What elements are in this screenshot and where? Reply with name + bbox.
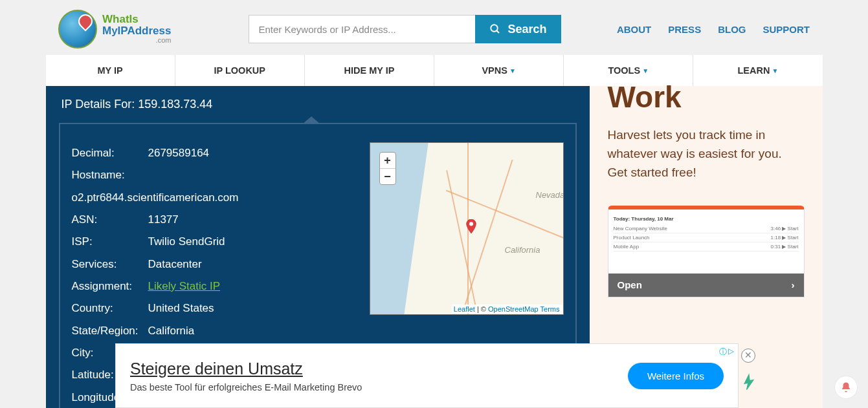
field-services: Services:Datacenter — [72, 253, 358, 275]
globe-icon — [58, 10, 97, 48]
nav-label: IP LOOKUP — [214, 65, 266, 76]
assignment-link[interactable]: Likely Static IP — [148, 275, 221, 297]
ad-preview-image: Today: Thursday, 10 Mar New Company Webs… — [608, 206, 805, 297]
top-nav-links: ABOUT PRESS BLOG SUPPORT — [617, 24, 810, 35]
nav-hide-my-ip[interactable]: HIDE MY IP — [305, 55, 434, 86]
field-asn: ASN:11377 — [72, 209, 358, 231]
logo-line2: MyIPAddress — [102, 25, 171, 37]
logo-suffix: .com — [102, 37, 171, 45]
panel-title: IP Details For: 159.183.73.44 — [59, 98, 577, 111]
adchoices-icon[interactable]: ⓘ▷ — [719, 347, 734, 358]
field-value: Datacenter — [148, 253, 202, 275]
field-value: California — [148, 320, 195, 342]
bottom-banner-ad[interactable]: Steigere deinen Umsatz Das beste Tool fü… — [115, 343, 739, 408]
field-label: ISP: — [72, 231, 148, 253]
field-decimal: Decimal:2679589164 — [72, 142, 358, 164]
ad-preview-rows: Today: Thursday, 10 Mar New Company Webs… — [608, 209, 804, 258]
site-logo[interactable]: WhatIs MyIPAddress .com — [58, 10, 171, 48]
close-ad-button[interactable]: ✕ — [741, 349, 755, 363]
svg-point-2 — [469, 222, 473, 226]
nav-vpns[interactable]: VPNS▼ — [434, 55, 564, 86]
search-form: Search — [249, 15, 561, 43]
ad-open-bar[interactable]: Open › — [608, 274, 804, 297]
chevron-down-icon: ▼ — [772, 67, 778, 74]
field-hostname: Hostname:o2.ptr6844.scientificamerican.c… — [72, 164, 358, 209]
field-label: Services: — [72, 253, 148, 275]
ad-heading: Work — [608, 81, 805, 114]
map-zoom-control: + − — [379, 152, 396, 185]
field-assignment: Assignment:Likely Static IP — [72, 275, 358, 297]
logo-line1: WhatIs — [102, 13, 139, 25]
map-label-nevada: Nevada — [536, 190, 564, 200]
chevron-down-icon: ▼ — [509, 67, 516, 74]
ad-open-label: Open — [618, 279, 642, 290]
site-header: WhatIs MyIPAddress .com Search ABOUT PRE… — [0, 0, 868, 55]
osm-link[interactable]: OpenStreetMap — [488, 305, 539, 313]
map-label-california: California — [505, 245, 540, 255]
notification-bell-icon[interactable] — [834, 376, 858, 399]
location-map[interactable]: Nevada California + − Leaflet | © OpenSt… — [370, 142, 564, 315]
nav-label: LEARN — [738, 65, 770, 76]
leaflet-link[interactable]: Leaflet — [454, 305, 475, 313]
field-label: Assignment: — [72, 275, 148, 297]
field-value: Twilio SendGrid — [148, 231, 225, 253]
field-label: ASN: — [72, 209, 148, 231]
bottom-ad-cta-button[interactable]: Weitere Infos — [628, 363, 724, 389]
field-value: 11377 — [148, 209, 179, 231]
field-isp: ISP:Twilio SendGrid — [72, 231, 358, 253]
nav-label: HIDE MY IP — [344, 65, 394, 76]
top-link-press[interactable]: PRESS — [668, 24, 701, 35]
nav-label: MY IP — [97, 65, 122, 76]
bottom-ad-subtitle: Das beste Tool für erfolgreiches E-Mail … — [130, 382, 362, 392]
nav-ip-lookup[interactable]: IP LOOKUP — [175, 55, 305, 86]
search-button-label: Search — [507, 23, 546, 36]
field-label: Hostname: — [72, 169, 125, 181]
logo-text: WhatIs MyIPAddress .com — [102, 14, 171, 44]
search-button[interactable]: Search — [475, 15, 561, 43]
search-icon — [489, 23, 501, 35]
chevron-down-icon: ▼ — [642, 67, 649, 74]
ad-preview-date: Today: Thursday, 10 Mar — [614, 216, 799, 222]
map-marker-icon — [466, 219, 476, 233]
top-link-about[interactable]: ABOUT — [617, 24, 651, 35]
field-label: Country: — [72, 297, 148, 319]
field-value: o2.ptr6844.scientificamerican.com — [72, 191, 239, 204]
search-input[interactable] — [249, 15, 475, 43]
top-link-blog[interactable]: BLOG — [718, 24, 746, 35]
field-value: United States — [148, 297, 214, 319]
field-state: State/Region:California — [72, 320, 358, 342]
field-label: Decimal: — [72, 142, 148, 164]
nav-label: VPNS — [482, 65, 507, 76]
svg-point-0 — [491, 25, 498, 32]
nav-my-ip[interactable]: MY IP — [46, 55, 175, 86]
map-zoom-in[interactable]: + — [380, 153, 395, 169]
terms-link[interactable]: Terms — [540, 305, 560, 313]
field-country: Country:United States — [72, 297, 358, 319]
bottom-ad-text: Steigere deinen Umsatz Das beste Tool fü… — [130, 360, 362, 392]
chevron-right-icon: › — [792, 279, 795, 290]
svg-line-1 — [497, 30, 500, 33]
freestar-icon[interactable] — [740, 373, 758, 391]
ad-body: Harvest lets you track time in whatever … — [608, 125, 805, 182]
nav-label: TOOLS — [608, 65, 640, 76]
attrib-sep: | © — [475, 305, 488, 313]
top-link-support[interactable]: SUPPORT — [762, 24, 810, 35]
map-zoom-out[interactable]: − — [380, 169, 395, 184]
bottom-ad-title: Steigere deinen Umsatz — [130, 360, 362, 378]
field-label: State/Region: — [72, 320, 148, 342]
field-value: 2679589164 — [148, 142, 210, 164]
map-attribution: Leaflet | © OpenStreetMap Terms — [451, 305, 562, 314]
